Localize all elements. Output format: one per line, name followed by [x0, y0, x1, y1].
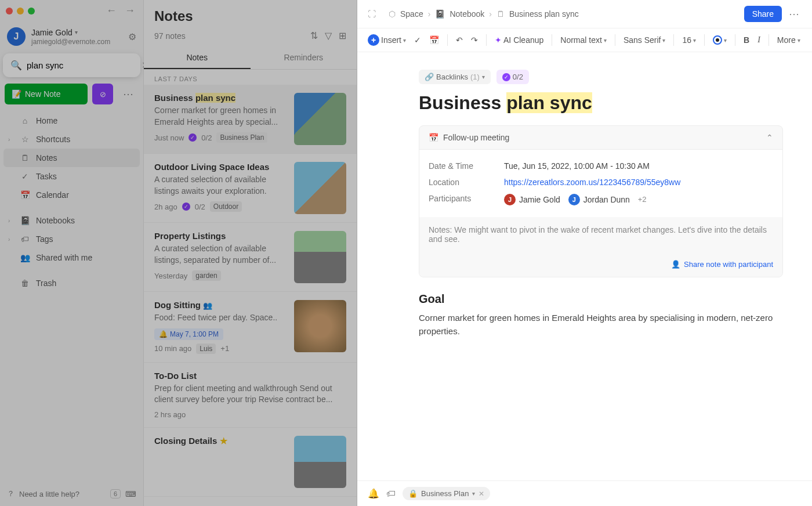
- nav-calendar[interactable]: 📅Calendar: [0, 186, 143, 204]
- task-icon[interactable]: ✓: [412, 34, 423, 46]
- participants-more[interactable]: +2: [638, 195, 647, 204]
- card-header[interactable]: 📅 Follow-up meeting ⌃: [419, 126, 782, 150]
- chevron-down-icon: ▾: [75, 29, 78, 35]
- task-progress-pill[interactable]: ✓ 0/2: [496, 70, 529, 84]
- tab-notes[interactable]: Notes: [144, 47, 251, 69]
- minimize-window-button[interactable]: [17, 8, 24, 15]
- settings-icon[interactable]: ⚙: [128, 31, 136, 42]
- tag-add-icon[interactable]: 🏷: [386, 489, 396, 499]
- note-item[interactable]: Closing Details ★: [144, 428, 357, 497]
- filter-icon[interactable]: ▽: [325, 30, 332, 41]
- breadcrumb-space[interactable]: Space: [400, 9, 423, 19]
- nav-tags[interactable]: ›🏷Tags: [0, 230, 143, 248]
- bold-button[interactable]: B: [741, 34, 752, 46]
- note-excerpt: Corner market for green homes in Emerald…: [154, 105, 287, 128]
- view-icon[interactable]: ⊞: [339, 30, 346, 41]
- undo-icon[interactable]: ↶: [454, 34, 465, 46]
- redo-icon[interactable]: ↷: [469, 34, 480, 46]
- insert-button[interactable]: + Insert ▾: [365, 33, 408, 47]
- editor-panel: ⛶ ⬡ Space › 📓 Notebook › 🗒 Business plan…: [357, 0, 812, 506]
- goal-text[interactable]: Corner market for green homes in Emerald…: [419, 312, 783, 338]
- font-label: Sans Serif: [624, 35, 661, 45]
- shared-icon: 👥: [203, 301, 212, 310]
- breadcrumb-notebook[interactable]: Notebook: [449, 9, 484, 19]
- tag-chip[interactable]: 🔒 Business Plan ▾ ✕: [403, 487, 490, 500]
- space-icon: ⬡: [389, 9, 396, 19]
- location-link[interactable]: https://zereatlors.zoom.us/1223456789/55…: [504, 178, 680, 187]
- ai-cleanup-button[interactable]: ✦ AI Cleanup: [492, 34, 546, 46]
- new-note-button[interactable]: 📝 New Note: [5, 84, 88, 104]
- note-title: To-Do List: [154, 371, 346, 381]
- account-name: Jamie Gold: [31, 28, 72, 37]
- tab-reminders[interactable]: Reminders: [251, 47, 357, 69]
- avatar: J: [568, 194, 580, 205]
- ai-note-button[interactable]: ⊘: [92, 84, 113, 104]
- zoom-window-button[interactable]: [28, 8, 35, 15]
- nav-shared[interactable]: 👥Shared with me: [0, 248, 143, 267]
- more-button[interactable]: ⋯: [118, 84, 139, 104]
- datetime-value: Tue, Jun 15, 2022, 10:00 AM - 10:30 AM: [504, 161, 650, 171]
- note-time: Yesterday: [154, 272, 187, 280]
- nav-forward-icon[interactable]: →: [122, 3, 137, 18]
- remove-tag-icon[interactable]: ✕: [478, 490, 484, 498]
- size-label: 16: [682, 35, 691, 45]
- note-item[interactable]: Property Listings A curated selection of…: [144, 223, 357, 292]
- expand-icon[interactable]: ⛶: [368, 9, 376, 19]
- participant-name: Jordan Dunn: [583, 195, 630, 204]
- note-excerpt: A curated selection of available listing…: [154, 243, 287, 266]
- participant-chip[interactable]: JJordan Dunn: [568, 194, 630, 205]
- editor-footer: 🔔 🏷 🔒 Business Plan ▾ ✕: [357, 480, 812, 506]
- goal-heading[interactable]: Goal: [419, 292, 783, 306]
- font-select[interactable]: Sans Serif▾: [621, 34, 668, 46]
- note-excerpt: Prep for client meeting and walkthrough …: [154, 383, 346, 406]
- nav-shortcuts[interactable]: ›☆Shortcuts: [0, 130, 143, 149]
- nav-tasks[interactable]: ✓Tasks: [0, 167, 143, 186]
- more-formatting-button[interactable]: More▾: [775, 34, 803, 46]
- editor-toolbar: + Insert ▾ ✓ 📅 ↶ ↷ ✦ AI Cleanup Normal t…: [357, 28, 812, 52]
- participant-chip[interactable]: JJamie Gold: [504, 194, 560, 205]
- calendar-icon[interactable]: 📅: [427, 34, 441, 46]
- nav-notebooks[interactable]: ›📓Notebooks: [0, 211, 143, 230]
- share-participant-link[interactable]: 👤 Share note with participant: [419, 252, 782, 277]
- note-item[interactable]: Outdoor Living Space Ideas A curated sel…: [144, 154, 357, 223]
- nav-label: Shortcuts: [36, 135, 70, 144]
- style-label: Normal text: [560, 35, 602, 45]
- nav-back-icon[interactable]: ←: [104, 3, 119, 18]
- account-switcher[interactable]: J Jamie Gold ▾ jamiegold@evernote.com ⚙: [0, 21, 143, 52]
- sort-icon[interactable]: ⇅: [310, 30, 318, 41]
- note-thumbnail: [294, 231, 346, 283]
- more-icon[interactable]: ⋯: [786, 8, 802, 20]
- note-item[interactable]: Business plan sync Corner market for gre…: [144, 85, 357, 154]
- close-window-button[interactable]: [6, 8, 13, 15]
- participants-label: Participants: [429, 194, 504, 205]
- color-picker[interactable]: ▾: [710, 34, 729, 46]
- note-item[interactable]: Dog Sitting 👥 Food: Feed twice per day. …: [144, 292, 357, 363]
- paragraph-style-select[interactable]: Normal text▾: [558, 34, 609, 46]
- account-email: jamiegold@evernote.com: [31, 38, 122, 46]
- share-button[interactable]: Share: [744, 6, 782, 22]
- note-tag: garden: [192, 270, 220, 281]
- reminder-add-icon[interactable]: 🔔: [368, 488, 379, 499]
- nav-trash[interactable]: 🗑Trash: [0, 274, 143, 292]
- note-thumbnail: [294, 162, 346, 214]
- tag-label: Business Plan: [421, 489, 469, 498]
- breadcrumb: ⛶ ⬡ Space › 📓 Notebook › 🗒 Business plan…: [357, 0, 812, 28]
- note-item[interactable]: To-Do List Prep for client meeting and w…: [144, 363, 357, 428]
- italic-button[interactable]: I: [755, 34, 763, 46]
- task-check-icon: ✓: [502, 73, 510, 81]
- meeting-notes: Notes: We might want to pivot in the wak…: [419, 217, 782, 252]
- nav-notes[interactable]: 🗒Notes: [3, 149, 140, 167]
- note-time: 10 min ago: [154, 344, 191, 353]
- font-size-select[interactable]: 16▾: [680, 34, 698, 46]
- search-input[interactable]: [27, 60, 137, 70]
- keyboard-icon[interactable]: ⌨: [125, 490, 136, 498]
- nav-label: Notebooks: [36, 216, 75, 225]
- breadcrumb-note[interactable]: Business plan sync: [509, 9, 579, 19]
- ai-label: AI Cleanup: [503, 35, 543, 45]
- sidebar: ← → J Jamie Gold ▾ jamiegold@evernote.co…: [0, 0, 144, 506]
- nav-home[interactable]: ⌂Home: [0, 111, 143, 130]
- document-title[interactable]: Business plan sync: [419, 92, 783, 114]
- insert-label: Insert: [381, 35, 401, 45]
- backlinks-pill[interactable]: 🔗 Backlinks (1) ▾: [419, 70, 491, 84]
- help-link[interactable]: Need a little help?: [19, 490, 79, 498]
